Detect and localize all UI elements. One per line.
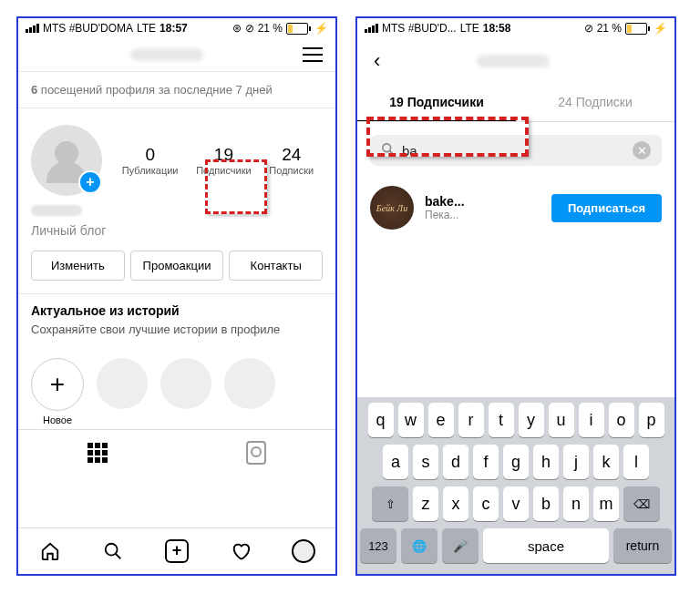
carrier-text: MTS #BUD'D... — [382, 22, 457, 35]
account-type: Личный блог — [31, 223, 323, 238]
key-x[interactable]: x — [443, 486, 468, 521]
kb-row-1: qwertyuiop — [360, 403, 672, 437]
back-button[interactable]: ‹ — [370, 47, 384, 75]
grid-icon — [88, 443, 108, 463]
space-key[interactable]: space — [483, 528, 609, 563]
key-j[interactable]: j — [563, 445, 589, 479]
username[interactable] — [130, 48, 203, 61]
key-g[interactable]: g — [503, 445, 529, 479]
numbers-key[interactable]: 123 — [360, 528, 396, 563]
key-c[interactable]: c — [473, 486, 499, 521]
following-stat[interactable]: 24Подписки — [269, 145, 314, 176]
carrier-text: MTS #BUD'DOMA — [43, 22, 133, 35]
follow-button[interactable]: Подписаться — [551, 194, 662, 222]
home-nav[interactable] — [18, 528, 82, 574]
highlight-box — [205, 159, 267, 214]
signal-icon — [365, 24, 378, 33]
key-a[interactable]: a — [383, 445, 408, 479]
key-z[interactable]: z — [413, 486, 438, 521]
svg-line-1 — [116, 554, 121, 559]
alarm-icon: ⊛ — [232, 22, 242, 35]
highlight-placeholder — [224, 358, 275, 409]
key-i[interactable]: i — [579, 403, 604, 437]
key-y[interactable]: y — [519, 403, 544, 437]
network-text: LTE — [460, 22, 479, 35]
key-m[interactable]: m — [593, 486, 619, 521]
key-p[interactable]: p — [639, 403, 664, 437]
new-highlight[interactable]: + Новое — [31, 358, 84, 425]
key-n[interactable]: n — [563, 486, 589, 521]
contacts-button[interactable]: Контакты — [229, 251, 323, 281]
search-nav[interactable] — [82, 528, 146, 574]
kb-row-2: asdfghjkl — [360, 445, 672, 479]
heart-icon — [231, 541, 251, 561]
status-bar: MTS #BUD'D... LTE 18:58 ⊘ 21 % ⚡ — [357, 18, 674, 38]
keyboard[interactable]: qwertyuiop asdfghjkl ⇧zxcvbnm⌫ 123 🌐 🎤 s… — [357, 397, 674, 574]
edit-button[interactable]: Изменить — [31, 251, 125, 281]
promo-button[interactable]: Промоакции — [130, 251, 224, 281]
following-tab[interactable]: 24 Подписки — [516, 84, 674, 121]
key-q[interactable]: q — [368, 403, 394, 437]
shift-key[interactable]: ⇧ — [372, 486, 408, 521]
key-r[interactable]: r — [458, 403, 484, 437]
key-d[interactable]: d — [443, 445, 468, 479]
key-w[interactable]: w — [398, 403, 424, 437]
key-k[interactable]: k — [593, 445, 619, 479]
battery-icon — [286, 23, 311, 35]
key-s[interactable]: s — [413, 445, 438, 479]
highlight-placeholder — [160, 358, 211, 409]
followers-screen: MTS #BUD'D... LTE 18:58 ⊘ 21 % ⚡ ‹ 19 По… — [355, 16, 676, 576]
result-row[interactable]: Бейк Ли bake... Пека... Подписаться — [357, 179, 674, 237]
add-nav[interactable] — [145, 528, 209, 574]
clock: 18:57 — [160, 22, 188, 35]
svg-point-0 — [106, 544, 118, 556]
key-b[interactable]: b — [533, 486, 559, 521]
profile-icon — [292, 539, 315, 563]
rotation-lock-icon: ⊘ — [245, 22, 254, 35]
status-bar: MTS #BUD'DOMA LTE 18:57 ⊛ ⊘ 21 % ⚡ — [18, 18, 335, 38]
result-name: bake... — [425, 194, 540, 209]
key-v[interactable]: v — [503, 486, 529, 521]
result-avatar[interactable]: Бейк Ли — [370, 186, 414, 230]
plus-icon[interactable]: + — [31, 358, 84, 411]
profile-nav[interactable] — [272, 528, 335, 574]
battery-pct: 21 % — [258, 22, 283, 35]
display-name — [31, 205, 82, 216]
grid-tab[interactable] — [18, 430, 177, 476]
kb-row-3: ⇧zxcvbnm⌫ — [360, 486, 672, 521]
highlights-subtitle: Сохраняйте свои лучшие истории в профиле — [31, 322, 323, 338]
activity-nav[interactable] — [209, 528, 273, 574]
key-h[interactable]: h — [533, 445, 559, 479]
tagged-tab[interactable] — [177, 430, 335, 476]
charging-icon: ⚡ — [314, 22, 328, 35]
highlight-box — [366, 117, 529, 157]
tagged-icon — [246, 441, 266, 465]
globe-key[interactable]: 🌐 — [401, 528, 438, 563]
battery-pct: 21 % — [597, 22, 622, 35]
backspace-key[interactable]: ⌫ — [623, 486, 660, 521]
clock: 18:58 — [483, 22, 511, 35]
result-subtitle: Пека... — [425, 209, 540, 221]
return-key[interactable]: return — [613, 528, 672, 563]
network-text: LTE — [137, 22, 156, 35]
home-icon — [40, 541, 60, 561]
followers-tab[interactable]: 19 Подписчики — [357, 84, 516, 121]
avatar[interactable]: + — [31, 125, 102, 196]
battery-icon — [625, 23, 650, 35]
highlight-placeholder — [97, 358, 148, 409]
username — [477, 55, 550, 67]
key-t[interactable]: t — [489, 403, 514, 437]
search-icon — [103, 541, 123, 561]
key-u[interactable]: u — [549, 403, 574, 437]
key-e[interactable]: e — [428, 403, 454, 437]
profile-visits[interactable]: 6 посещений профиля за последние 7 дней — [18, 72, 335, 107]
posts-stat[interactable]: 0Публикации — [122, 145, 179, 176]
key-o[interactable]: o — [609, 403, 634, 437]
menu-icon[interactable] — [303, 47, 323, 62]
mic-key[interactable]: 🎤 — [442, 528, 479, 563]
add-story-icon[interactable]: + — [78, 170, 102, 194]
add-icon — [165, 539, 189, 563]
key-f[interactable]: f — [473, 445, 499, 479]
key-l[interactable]: l — [623, 445, 649, 479]
clear-button[interactable]: ✕ — [633, 141, 651, 159]
